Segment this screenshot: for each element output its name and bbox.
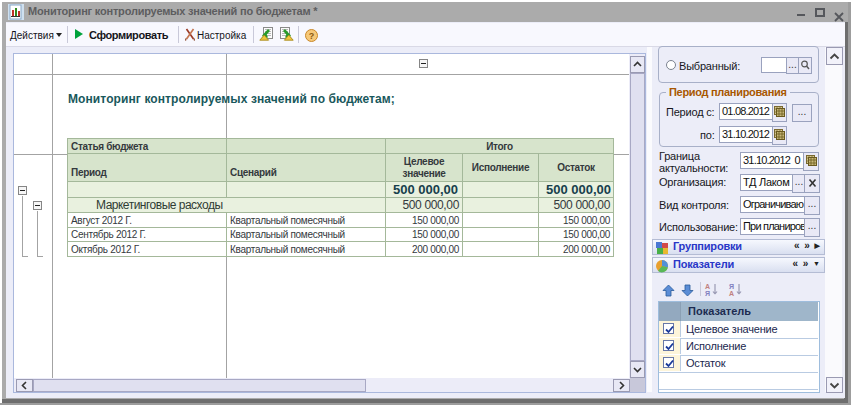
svg-text:?: ? <box>309 31 315 41</box>
svg-text:Я: Я <box>729 283 734 290</box>
svg-text:Я: Я <box>705 290 710 297</box>
svg-text:А: А <box>705 283 710 290</box>
svg-text:А: А <box>729 290 734 297</box>
